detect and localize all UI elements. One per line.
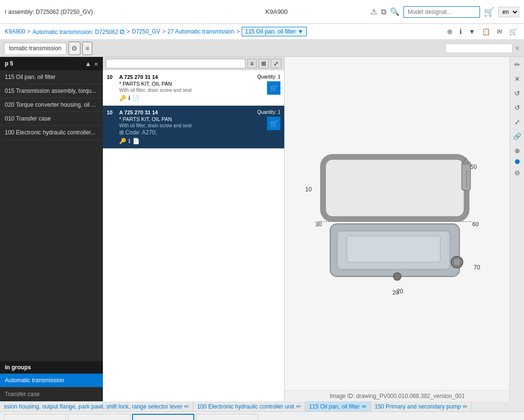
qty-label-0: Quantity: 1 [257,74,280,79]
warning-icon[interactable]: ⚠ [370,7,377,16]
image-main: 50 30 60 20 10 70 10 70 20 [285,57,510,390]
thumb-label-0[interactable]: ssion housing, output flange, park pawl,… [0,401,193,411]
thumbnail-1[interactable] [68,414,130,420]
part-row-1[interactable]: 10 A 725 270 31 14 * PARTS KIT, OIL PAN … [103,106,284,149]
zoom-in-icon[interactable]: ⊕ [445,27,455,36]
mail-icon[interactable]: ✉ [495,27,504,36]
key-icon-1: 🔑 [119,138,126,144]
sidebar-expand-icon[interactable]: « [94,60,98,67]
language-select[interactable]: en de [498,7,519,17]
add-to-cart-btn-0[interactable]: 🛒 [267,81,280,95]
svg-rect-6 [462,162,470,190]
close-icon-btn[interactable]: ✕ [511,73,524,85]
thumbnails-row [0,412,524,420]
model-search-input[interactable] [403,6,480,18]
thumb-svg-3 [203,417,251,420]
sidebar-item-0[interactable]: 115 Oil pan, oil filter [0,70,103,84]
header-icons: ⚠ ⧉ 🔍 🛒 en de [370,6,519,18]
parts-grid-view-btn[interactable]: ⊞ [258,59,269,68]
sidebar: p 5 ▲ « 115 Oil pan, oil filter 015 Tran… [0,57,103,401]
part-row-0[interactable]: 10 A 725 270 31 14 * PARTS KIT, OIL PAN … [103,70,284,106]
right-toolbar: ✏ ✕ ↺ ↺ ⤢ 🔗 ⊕ ⊖ [510,57,524,401]
part-qty-1: Quantity: 1 🛒 [242,110,280,130]
edit-icon-thumb-1: ✏ [296,403,301,410]
tab-automatic-transmission[interactable]: tomatic transmission [4,43,67,54]
sidebar-item-2[interactable]: 020 Torque converter housing, oil ... [0,98,103,112]
thumb-label-1[interactable]: 100 Electronic hydraulic controller unit… [193,401,305,411]
breadcrumb-item-27[interactable]: 27 Automatic transmission [167,28,234,35]
breadcrumb: K9A900 > Automatic transmission: D725062… [0,24,524,40]
sync-icon-btn[interactable]: ↺ [511,102,524,113]
sidebar-collapse-icon[interactable]: ▲ [85,60,91,67]
doc-icon-1[interactable]: 📄 [133,138,140,144]
label-30: 30 [315,221,322,228]
parts-expand-btn[interactable]: ⤢ [271,59,281,68]
doc-icon-0[interactable]: 📄 [133,95,140,101]
svg-rect-3 [347,236,440,262]
thumbnail-2[interactable] [132,414,194,420]
qty-label-1: Quantity: 1 [257,110,280,115]
info-icon[interactable]: ℹ [457,27,464,36]
breadcrumb-item-k9a900[interactable]: K9A900 [5,28,25,35]
parts-panel: ≡ ⊞ ⤢ 10 A 725 270 31 14 * PARTS KIT, OI… [103,57,285,401]
svg-text:20: 20 [392,289,399,296]
info-icon-0[interactable]: ℹ [128,95,131,101]
part-info-0: A 725 270 31 14 * PARTS KIT, OIL PAN Wit… [119,74,238,101]
part-partnum-0: A 725 270 31 14 [119,74,238,80]
link-icon-btn[interactable]: 🔗 [511,131,524,142]
svg-point-8 [393,273,401,280]
header: r assembly: D725062 (D7250_GV) K9A900 ⚠ … [0,0,524,24]
breadcrumb-sep-4: > [236,28,240,35]
tab-list-icon[interactable]: ≡ [82,42,92,55]
edit-icon-btn[interactable]: ✏ [511,59,524,70]
sidebar-item-1[interactable]: 015 Transmission assembly, torqu... [0,84,103,98]
parts-list: 10 A 725 270 31 14 * PARTS KIT, OIL PAN … [103,70,284,401]
copy-icon[interactable]: ⧉ [381,8,386,16]
breadcrumb-action-icons: ⊕ ℹ ▼ 📋 ✉ 🛒 [445,27,519,36]
svg-text:70: 70 [474,264,480,271]
sidebar-item-3[interactable]: 010 Transfer case [0,112,103,126]
thumbnail-3[interactable] [196,414,258,420]
zoom-out-icon-btn[interactable]: ⊖ [511,167,524,178]
sidebar-group-auto-trans[interactable]: Automatic transmission [0,374,103,387]
filter-icon[interactable]: ▼ [467,27,477,36]
sidebar-item-4[interactable]: 100 Electronic hydraulic controller... [0,126,103,140]
breadcrumb-item-d7250[interactable]: D7250_GV [132,28,160,35]
tab-search-input[interactable] [446,44,513,53]
add-to-cart-btn-1[interactable]: 🛒 [267,117,280,130]
parts-list-view-btn[interactable]: ≡ [247,59,256,68]
header-title: r assembly: D725062 (D7250_GV) [5,9,183,15]
parts-diagram-svg: 50 30 60 20 10 70 10 70 20 [304,152,491,296]
thumb-label-2[interactable]: 115 Oil pan, oil filter ✏ [305,401,371,411]
breadcrumb-item-auto-trans[interactable]: Automatic transmission: D725062 ⧉ [33,28,125,36]
cart-icon[interactable]: 🛒 [484,7,494,17]
part-name-1: * PARTS KIT, OIL PAN [119,116,238,122]
cart-icon-breadcrumb[interactable]: 🛒 [507,27,519,36]
history-icon-btn[interactable]: ↺ [511,88,524,99]
part-desc-1: With oil filter, drain screw and seal [119,123,238,128]
tab-settings-icon[interactable]: ⚙ [68,42,80,55]
zoom-in-icon-btn[interactable]: ⊕ [511,145,524,156]
breadcrumb-dropdown-115[interactable]: 115 Oil pan, oil filter ▼ [242,27,307,36]
image-panel: 50 30 60 20 10 70 10 70 20 Image ID: dra… [285,57,510,401]
part-info-1: A 725 270 31 14 * PARTS KIT, OIL PAN Wit… [119,110,238,144]
sidebar-group-transfer-case[interactable]: Transfer case [0,387,103,401]
search-icon-btn[interactable]: 🔍 [390,7,400,16]
expand-icon-btn[interactable]: ⤢ [511,116,524,128]
tab-bar: tomatic transmission ⚙ ≡ ✕ [0,40,524,57]
parts-filter-input[interactable] [106,59,245,68]
edit-icon-thumb-2: ✏ [362,403,367,410]
breadcrumb-sep-1: > [27,28,31,35]
thumb-svg-1 [75,417,123,420]
chevron-down-icon: ▼ [298,28,303,35]
report-icon[interactable]: 📋 [480,27,492,36]
svg-rect-0 [323,157,467,219]
info-icon-1[interactable]: ℹ [128,138,131,144]
sidebar-groups-header: in groups [0,361,103,374]
thumbnail-0[interactable] [4,414,66,420]
tab-search-clear-btn[interactable]: ✕ [514,44,520,52]
thumb-svg-0 [11,417,59,420]
breadcrumb-sep-3: > [162,28,166,35]
thumb-label-3[interactable]: 150 Primary and secondary pump ✏ [371,401,472,411]
part-qty-0: Quantity: 1 🛒 [242,74,280,95]
